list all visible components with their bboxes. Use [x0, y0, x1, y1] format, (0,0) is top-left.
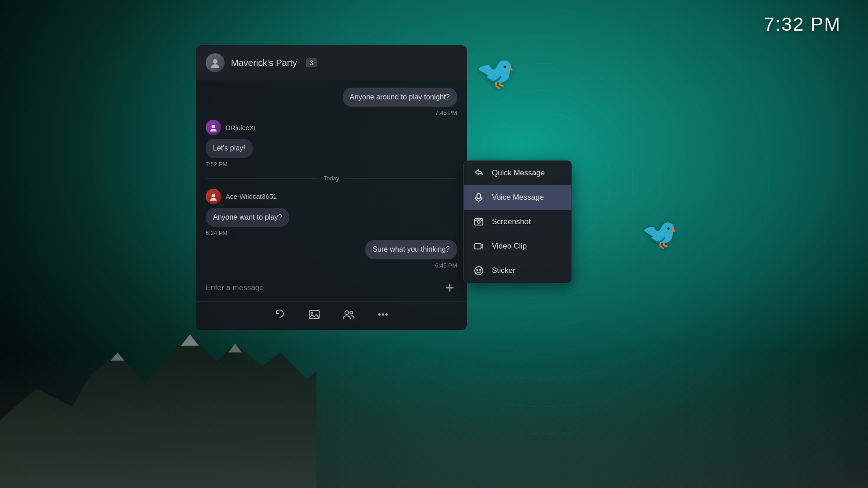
- party-avatar: [206, 53, 225, 72]
- screenshot-icon: [473, 216, 485, 228]
- chat-title: Maverick's Party: [231, 58, 297, 68]
- svg-point-32: [480, 269, 481, 270]
- menu-label-quick-message: Quick Message: [492, 169, 545, 178]
- menu-label-screenshot: Screenshot: [492, 217, 531, 226]
- message-row: Ace-Wildcat3651 Anyone want to play? 6:2…: [206, 189, 457, 236]
- party-avatar-image: [206, 53, 225, 72]
- svg-point-20: [345, 311, 349, 314]
- message-bubble: Anyone around to play tonight?: [343, 88, 458, 107]
- mic-icon: [473, 192, 485, 203]
- menu-item-sticker[interactable]: Sticker: [464, 258, 571, 283]
- message-bubble-drjuice: Let's play!: [206, 139, 253, 158]
- menu-item-quick-message[interactable]: Quick Message: [464, 161, 571, 185]
- bottom-toolbar: [196, 301, 467, 330]
- message-sender-ace: Ace-Wildcat3651: [206, 189, 277, 204]
- message-time-drjuice: 7:52 PM: [206, 161, 227, 168]
- video-icon: [473, 240, 485, 252]
- menu-item-screenshot[interactable]: Screenshot: [464, 210, 571, 234]
- chat-header: Maverick's Party 3: [196, 45, 467, 80]
- message-row-outgoing2: Sure what you thinking? 6:45 PM: [206, 240, 457, 268]
- input-area[interactable]: [196, 274, 467, 301]
- add-button[interactable]: [443, 281, 457, 295]
- message-row: Anyone around to play tonight? 7:45 PM: [206, 88, 457, 116]
- svg-point-31: [477, 269, 478, 270]
- svg-point-22: [379, 314, 380, 315]
- menu-label-voice-message: Voice Message: [492, 193, 544, 202]
- toolbar-undo[interactable]: [272, 306, 288, 323]
- svg-point-24: [386, 314, 387, 315]
- svg-rect-25: [477, 193, 481, 199]
- date-divider: Today: [206, 175, 457, 182]
- message-bubble-ace: Anyone want to play?: [206, 208, 289, 227]
- horizon-mist: [0, 352, 868, 488]
- svg-point-15: [212, 194, 215, 197]
- chat-panel: Maverick's Party 3 Anyone around to play…: [196, 45, 467, 330]
- svg-rect-18: [309, 310, 319, 319]
- bird-2: 🐦: [642, 217, 678, 251]
- clock: 7:32 PM: [764, 14, 841, 35]
- sender-avatar-drjuice: [206, 120, 221, 135]
- svg-point-13: [213, 59, 217, 64]
- toolbar-more[interactable]: [375, 306, 391, 323]
- messages-area: Anyone around to play tonight? 7:45 PM D…: [196, 80, 467, 274]
- sender-name-ace: Ace-Wildcat3651: [226, 192, 277, 200]
- svg-point-19: [311, 312, 313, 314]
- svg-rect-29: [475, 244, 481, 249]
- message-sender: DRjuiceXI: [206, 120, 256, 135]
- message-time-outgoing2: 6:45 PM: [435, 262, 457, 269]
- svg-point-30: [475, 267, 483, 275]
- member-badge: 3: [306, 58, 317, 67]
- message-time: 7:45 PM: [435, 109, 457, 116]
- svg-point-23: [382, 314, 384, 315]
- reply-icon: [473, 167, 485, 179]
- menu-item-voice-message[interactable]: Voice Message: [464, 185, 571, 210]
- sender-avatar-ace: [206, 189, 221, 204]
- menu-item-video-clip[interactable]: Video Clip: [464, 234, 571, 258]
- sticker-icon: [473, 265, 485, 277]
- toolbar-group[interactable]: [340, 306, 357, 323]
- svg-point-21: [350, 311, 353, 314]
- message-time-ace: 6:24 PM: [206, 230, 227, 236]
- toolbar-image[interactable]: [306, 306, 322, 323]
- menu-label-video-clip: Video Clip: [492, 242, 527, 251]
- sender-name-drjuice: DRjuiceXI: [226, 124, 256, 131]
- svg-point-14: [212, 125, 215, 128]
- message-bubble-outgoing2: Sure what you thinking?: [365, 240, 457, 259]
- svg-rect-27: [475, 219, 483, 225]
- menu-label-sticker: Sticker: [492, 266, 515, 275]
- svg-point-28: [477, 221, 480, 223]
- context-menu: Quick Message Voice Message Screenshot: [463, 160, 572, 283]
- message-row: DRjuiceXI Let's play! 7:52 PM: [206, 120, 457, 167]
- bird-1: 🐦: [476, 54, 515, 91]
- message-input[interactable]: [206, 280, 437, 296]
